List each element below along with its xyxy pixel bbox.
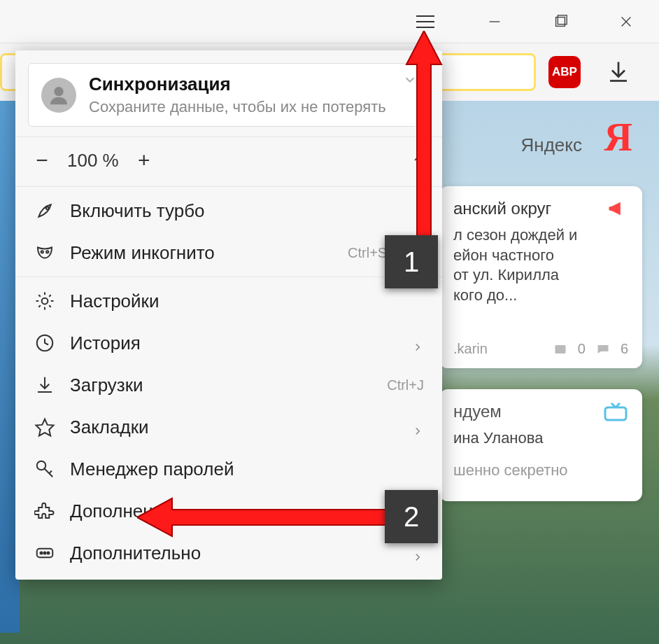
yandex-title-text: Яндекс	[521, 134, 582, 156]
svg-line-25	[44, 468, 53, 477]
svg-marker-23	[36, 419, 54, 436]
zoom-in-button[interactable]: +	[136, 148, 153, 172]
tv-icon	[603, 402, 628, 421]
sync-subtitle: Сохраните данные, чтобы их не потерять	[89, 98, 416, 116]
download-icon	[34, 374, 56, 396]
avatar-icon	[41, 78, 76, 113]
close-button[interactable]	[593, 0, 659, 43]
sync-prompt[interactable]: Синхронизация Сохраните данные, чтобы их…	[28, 63, 430, 127]
news-card-image-count: 0	[578, 341, 586, 357]
maximize-button[interactable]	[527, 0, 593, 43]
abp-extension-badge[interactable]: ABP	[548, 56, 581, 88]
svg-point-14	[54, 87, 63, 96]
news-card-body: л сезон дождей и ейон частного от ул. Ки…	[453, 225, 628, 305]
menu-item-more[interactable]: Дополнительно	[15, 532, 442, 574]
chevron-down-icon	[402, 72, 418, 88]
svg-point-16	[46, 206, 49, 209]
recommend-card[interactable]: ндуем ина Уланова шенно секретно	[439, 389, 642, 501]
news-card-author: .karin	[453, 341, 488, 357]
svg-rect-2	[558, 15, 567, 24]
annotation-step-1: 1	[385, 235, 438, 288]
news-card-comment-count: 6	[621, 341, 628, 357]
main-menu-dropdown: Синхронизация Сохраните данные, чтобы их…	[15, 50, 442, 580]
chevron-right-icon	[411, 337, 424, 349]
yandex-logo: Я	[604, 115, 632, 160]
menu-item-downloads[interactable]: Загрузки Ctrl+J	[15, 364, 442, 406]
menu-item-extensions[interactable]: Дополнения	[15, 490, 442, 532]
menu-item-passwords[interactable]: Менеджер паролей	[15, 448, 442, 490]
svg-point-19	[42, 298, 48, 304]
zoom-value: 100 %	[67, 150, 119, 172]
recommend-head: ндуем	[453, 402, 502, 421]
svg-rect-10	[555, 345, 565, 354]
chevron-right-icon	[411, 547, 424, 559]
image-count-icon	[553, 343, 568, 356]
clock-icon	[34, 332, 56, 354]
zoom-controls: − 100 % +	[15, 136, 442, 183]
window-titlebar	[0, 0, 659, 43]
comment-count-icon	[595, 343, 611, 356]
puzzle-icon	[34, 500, 56, 522]
downloads-toolbar-icon[interactable]	[606, 59, 631, 84]
svg-point-28	[41, 552, 43, 554]
svg-point-18	[46, 251, 48, 253]
recommend-line2: шенно секретно	[453, 461, 628, 479]
news-card[interactable]: анский округ л сезон дождей и ейон частн…	[439, 186, 642, 368]
zoom-out-button[interactable]: −	[34, 148, 50, 172]
menu-item-history[interactable]: История	[15, 322, 442, 364]
menu-item-bookmarks[interactable]: Закладки	[15, 406, 442, 448]
mask-icon	[34, 241, 56, 264]
annotation-step-2: 2	[385, 490, 438, 543]
svg-point-30	[48, 552, 50, 554]
sync-title: Синхронизация	[89, 74, 416, 95]
megaphone-icon	[604, 199, 628, 218]
svg-rect-11	[605, 407, 626, 420]
more-icon	[34, 542, 56, 564]
menu-item-settings[interactable]: Настройки	[15, 280, 442, 322]
svg-line-26	[49, 471, 52, 474]
minimize-button[interactable]	[462, 0, 527, 43]
menu-item-turbo[interactable]: Включить турбо	[15, 190, 442, 232]
menu-item-incognito[interactable]: Режим инкогнито Ctrl+Shift+N	[15, 232, 442, 274]
rocket-icon	[34, 200, 56, 222]
fullscreen-icon[interactable]	[406, 151, 424, 169]
gear-icon	[34, 290, 56, 312]
downloads-shortcut: Ctrl+J	[387, 377, 424, 393]
chevron-right-icon	[411, 421, 424, 433]
key-icon	[34, 458, 56, 480]
news-card-title: анский округ	[453, 199, 551, 218]
svg-point-29	[44, 552, 46, 554]
svg-point-17	[41, 251, 43, 253]
svg-rect-1	[556, 18, 565, 27]
recommend-line1: ина Уланова	[453, 428, 628, 449]
star-icon	[34, 416, 56, 438]
svg-line-15	[415, 154, 421, 160]
menu-hamburger-button[interactable]	[410, 10, 441, 34]
